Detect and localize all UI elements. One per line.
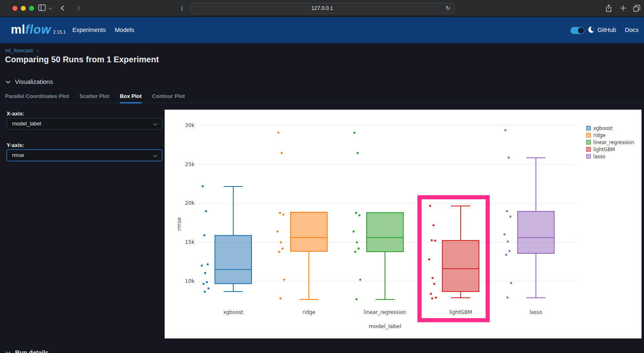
x-axis-label: X-axis:	[7, 110, 25, 117]
visualizations-section-label: Visualizations	[15, 78, 53, 85]
dark-mode-moon-icon	[588, 27, 595, 33]
legend-swatch-lightGBM	[586, 147, 591, 152]
run-point-ridge	[279, 297, 281, 299]
x-axis-tick-lasso: lasso	[507, 309, 565, 315]
legend-swatch-ridge	[586, 133, 591, 137]
run-point-linear_regression	[358, 214, 360, 216]
mlflow-logo[interactable]: mlflow2.15.1	[11, 23, 66, 37]
run-point-ridge	[279, 212, 281, 214]
box-plot-canvas[interactable]: 30k25k20k15k10kxgboostridgelinear_regres…	[165, 110, 642, 338]
box-linear_regression[interactable]	[366, 212, 404, 252]
run-point-lasso	[508, 157, 510, 159]
breadcrumb: ml_forecast ›	[5, 47, 39, 54]
tab-overview-button[interactable]	[633, 4, 641, 14]
tab-scatter-plot[interactable]: Scatter Plot	[79, 93, 109, 103]
run-point-ridge	[281, 152, 283, 154]
mlflow-navbar: mlflow2.15.1 Experiments Models GitHub D…	[0, 17, 644, 43]
nav-link-github[interactable]: GitHub	[597, 27, 616, 33]
run-details-section-header[interactable]: Run details	[6, 349, 49, 353]
run-point-xgboost	[207, 263, 209, 265]
legend-swatch-xgboost	[586, 126, 591, 130]
run-point-linear_regression	[357, 152, 359, 154]
close-window-button[interactable]	[12, 6, 17, 11]
run-point-lasso	[509, 216, 511, 218]
x-axis-tick-ridge: ridge	[280, 309, 338, 315]
run-point-xgboost	[207, 287, 210, 289]
legend-item-lasso[interactable]: lasso	[586, 153, 634, 160]
run-point-lightGBM	[430, 293, 432, 295]
y-gridline	[198, 203, 576, 203]
run-point-lasso	[508, 250, 511, 252]
run-point-ridge	[281, 248, 284, 250]
nav-link-models[interactable]: Models	[115, 27, 134, 33]
run-point-linear_regression	[355, 212, 357, 214]
x-axis-selected-value: model_label	[12, 120, 41, 127]
x-axis-select[interactable]: model_label	[7, 118, 162, 130]
nav-link-docs[interactable]: Docs	[625, 27, 639, 33]
run-point-lasso	[510, 282, 512, 284]
median-linear_regression	[366, 237, 404, 238]
y-axis-tick-label: 25k	[176, 161, 195, 167]
forward-button[interactable]	[75, 5, 80, 11]
run-point-lasso	[504, 129, 506, 131]
run-point-xgboost	[202, 185, 204, 187]
plot-legend: xgboostridgelinear_regressionlightGBMlas…	[586, 125, 634, 160]
median-lightGBM	[442, 268, 479, 269]
y-axis-tick-label: 20k	[176, 200, 195, 206]
legend-label: xgboost	[593, 125, 612, 131]
legend-item-xgboost[interactable]: xgboost	[586, 125, 634, 132]
run-point-xgboost	[202, 283, 205, 285]
tab-contour-plot[interactable]: Contour Plot	[152, 93, 185, 103]
whisker-low-lasso	[535, 254, 536, 298]
run-point-lasso	[505, 254, 507, 256]
url-bar[interactable]: 127.0.0.1 ↻	[190, 3, 455, 14]
share-button[interactable]	[605, 4, 612, 14]
visualizations-section-header[interactable]: Visualizations	[6, 78, 53, 85]
collapse-chevron-icon[interactable]	[6, 349, 10, 353]
tab-parallel-coordinates-plot[interactable]: Parallel Coordinates Plot	[5, 93, 69, 103]
chevron-down-icon	[153, 153, 158, 157]
box-lasso[interactable]	[517, 211, 555, 254]
logo-version: 2.15.1	[53, 29, 66, 34]
mlflow-compare-runs-page: j 127.0.0.1 ↻ mlflow2.15.1 Experiments M…	[0, 0, 644, 353]
chevron-down-icon	[153, 122, 158, 126]
run-point-xgboost	[205, 210, 207, 212]
box-lightGBM[interactable]	[442, 240, 479, 292]
x-axis-tick-lightGBM: lightGBM	[432, 309, 490, 315]
theme-toggle[interactable]	[570, 27, 585, 34]
run-point-linear_regression	[355, 298, 358, 300]
run-point-lightGBM	[431, 239, 433, 241]
legend-item-linear_regression[interactable]: linear_regression	[586, 139, 634, 146]
logo-text-ml: ml	[11, 23, 25, 36]
whisker-cap-high-lightGBM	[451, 206, 470, 206]
y-axis-label: Y-axis:	[7, 142, 24, 148]
run-point-xgboost	[206, 281, 208, 283]
run-point-ridge	[276, 230, 279, 233]
reload-icon[interactable]: ↻	[446, 3, 450, 13]
legend-item-lightGBM[interactable]: lightGBM	[586, 146, 634, 153]
zoom-window-button[interactable]	[29, 6, 34, 11]
box-ridge[interactable]	[290, 212, 328, 252]
nav-link-experiments[interactable]: Experiments	[72, 27, 106, 33]
y-axis-select[interactable]: rmse	[7, 150, 162, 161]
y-gridline	[198, 281, 576, 282]
median-lasso	[517, 237, 555, 238]
legend-label: ridge	[593, 132, 606, 138]
run-point-xgboost	[201, 265, 203, 267]
collapse-chevron-icon[interactable]	[6, 78, 10, 83]
legend-item-ridge[interactable]: ridge	[586, 132, 634, 139]
back-button[interactable]	[61, 5, 66, 11]
run-point-xgboost	[204, 272, 206, 274]
breadcrumb-experiment-link[interactable]: ml_forecast	[5, 47, 33, 54]
run-point-linear_regression	[356, 241, 358, 243]
whisker-cap-low-lasso	[526, 297, 545, 298]
median-xgboost	[215, 269, 252, 270]
tab-box-plot[interactable]: Box Plot	[120, 93, 142, 103]
minimize-window-button[interactable]	[21, 6, 26, 11]
run-point-linear_regression	[353, 230, 355, 233]
box-xgboost[interactable]	[215, 235, 252, 284]
sidebar-icon[interactable]	[38, 4, 46, 13]
sidebar-dropdown-chevron-icon[interactable]	[49, 6, 52, 10]
new-tab-button[interactable]	[619, 4, 627, 14]
run-point-ridge	[282, 213, 284, 216]
